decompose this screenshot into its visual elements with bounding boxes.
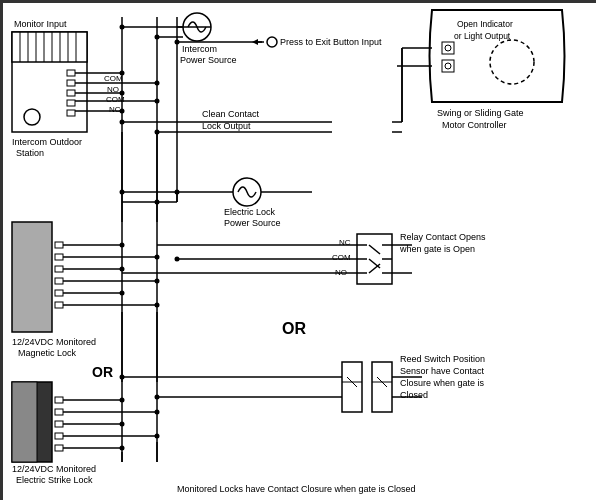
svg-rect-77	[55, 421, 63, 427]
svg-rect-54	[12, 222, 52, 332]
svg-text:Open Indicator: Open Indicator	[457, 19, 513, 29]
svg-rect-56	[55, 254, 63, 260]
svg-text:Clean Contact: Clean Contact	[202, 109, 260, 119]
svg-text:NO: NO	[107, 85, 119, 94]
svg-point-166	[120, 190, 125, 195]
svg-text:Closure when gate is: Closure when gate is	[400, 378, 485, 388]
svg-rect-115	[372, 362, 392, 412]
svg-point-89	[120, 446, 125, 451]
svg-text:12/24VDC Monitored: 12/24VDC Monitored	[12, 337, 96, 347]
svg-rect-59	[55, 290, 63, 296]
svg-text:OR: OR	[92, 364, 113, 380]
svg-text:when gate is Open: when gate is Open	[399, 244, 475, 254]
svg-rect-55	[55, 242, 63, 248]
svg-point-123	[155, 395, 160, 400]
svg-text:Sensor have Contact: Sensor have Contact	[400, 366, 485, 376]
svg-point-68	[155, 279, 160, 284]
svg-rect-15	[67, 100, 75, 106]
svg-point-51	[155, 35, 160, 40]
svg-rect-16	[67, 110, 75, 116]
svg-point-72	[155, 303, 160, 308]
svg-text:OR: OR	[282, 320, 306, 337]
svg-rect-14	[67, 90, 75, 96]
svg-point-40	[120, 109, 125, 114]
svg-point-64	[155, 255, 160, 260]
svg-text:or Light Output: or Light Output	[454, 31, 511, 41]
svg-point-11	[24, 109, 40, 125]
svg-text:Intercom: Intercom	[182, 44, 217, 54]
svg-text:COM: COM	[104, 74, 123, 83]
svg-point-85	[120, 422, 125, 427]
svg-point-66	[120, 267, 125, 272]
svg-text:Station: Station	[16, 148, 44, 158]
svg-rect-13	[67, 80, 75, 86]
svg-text:12/24VDC Monitored: 12/24VDC Monitored	[12, 464, 96, 474]
diagram-container: Monitor Input Intercom Power Source Pres…	[0, 0, 596, 500]
svg-point-49	[120, 25, 125, 30]
svg-point-70	[120, 291, 125, 296]
svg-rect-58	[55, 278, 63, 284]
svg-point-53	[175, 40, 180, 45]
svg-rect-60	[55, 302, 63, 308]
svg-rect-114	[342, 362, 362, 412]
svg-point-112	[175, 257, 180, 262]
svg-text:Motor Controller: Motor Controller	[442, 120, 507, 130]
svg-point-83	[155, 410, 160, 415]
svg-point-30	[155, 81, 160, 86]
svg-point-127	[445, 63, 451, 69]
svg-text:Relay Contact Opens: Relay Contact Opens	[400, 232, 486, 242]
svg-point-168	[155, 200, 160, 205]
svg-point-20	[267, 37, 277, 47]
svg-text:Monitored Locks have Contact C: Monitored Locks have Contact Closure whe…	[177, 484, 416, 494]
svg-text:Power Source: Power Source	[180, 55, 237, 65]
svg-point-38	[155, 99, 160, 104]
svg-point-81	[120, 398, 125, 403]
svg-rect-57	[55, 266, 63, 272]
svg-text:Power Source: Power Source	[224, 218, 281, 228]
svg-rect-79	[55, 445, 63, 451]
svg-text:COM: COM	[332, 253, 351, 262]
svg-text:COM: COM	[106, 95, 125, 104]
svg-rect-75	[55, 397, 63, 403]
svg-text:Reed Switch Position: Reed Switch Position	[400, 354, 485, 364]
svg-point-87	[155, 434, 160, 439]
svg-rect-78	[55, 433, 63, 439]
svg-text:Intercom Outdoor: Intercom Outdoor	[12, 137, 82, 147]
svg-rect-76	[55, 409, 63, 415]
svg-text:Electric Lock: Electric Lock	[224, 207, 276, 217]
svg-text:Electric Strike Lock: Electric Strike Lock	[16, 475, 93, 485]
svg-point-44	[120, 120, 125, 125]
svg-point-62	[120, 243, 125, 248]
svg-text:Swing or Sliding Gate: Swing or Sliding Gate	[437, 108, 524, 118]
svg-text:Press to Exit Button Input: Press to Exit Button Input	[280, 37, 382, 47]
monitor-input-label: Monitor Input	[14, 19, 67, 29]
svg-text:Magnetic Lock: Magnetic Lock	[18, 348, 77, 358]
svg-text:NC: NC	[109, 105, 121, 114]
svg-rect-12	[67, 70, 75, 76]
svg-point-125	[445, 45, 451, 51]
svg-rect-74	[12, 382, 37, 462]
svg-text:Closed: Closed	[400, 390, 428, 400]
